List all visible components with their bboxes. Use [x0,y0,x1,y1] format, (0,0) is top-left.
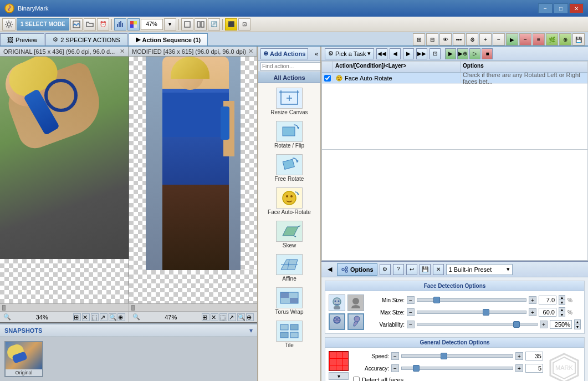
variability-minus[interactable]: − [407,321,415,328]
accuracy-thumb[interactable] [413,365,420,372]
nav-right-right[interactable]: ▶▶ [416,48,427,59]
max-size-track[interactable] [417,311,526,314]
max-size-plus[interactable]: + [529,308,536,316]
variability-track[interactable] [417,323,538,326]
max-size-minus[interactable]: − [407,308,415,316]
variability-plus[interactable]: + [540,321,548,328]
original-image-pane[interactable] [0,57,129,303]
pick-task-button[interactable]: ⚙ Pick a Task ▾ [325,48,374,59]
options-tab-button[interactable]: Options [337,263,377,276]
toolbar-btn-2[interactable] [84,18,96,31]
export-btn[interactable]: ⊞ [413,33,425,45]
color-button[interactable] [127,18,140,31]
settings2-btn[interactable]: ⚙ [466,33,478,45]
options-help-btn[interactable]: ? [393,264,404,275]
action-search-input[interactable] [260,62,321,71]
zoom-dropdown[interactable]: ▾ [164,18,176,31]
detect-all-checkbox[interactable] [353,377,360,381]
min-size-spinners[interactable]: ▲ ▼ [559,295,565,305]
split-button[interactable] [195,18,207,31]
orig-tool-2[interactable]: ✕ [82,313,90,321]
red-minus-btn[interactable]: − [519,33,531,45]
select-mode-button[interactable]: 1 SELECT MODE [17,18,69,31]
face-icon-profile[interactable] [347,313,364,330]
snapshots-expand[interactable]: ▾ [249,327,253,334]
modified-close[interactable]: ✕ [248,48,253,55]
accuracy-plus[interactable]: + [515,364,523,372]
play-seq3-btn[interactable]: ▷ [469,48,480,59]
red-btn2[interactable]: ≡ [533,33,545,45]
mod-tool-2[interactable]: ✕ [211,313,218,321]
action-torus-wrap[interactable]: Torus Wrap [262,285,317,317]
table-row[interactable]: Face Auto-Rotate Check if there are any … [322,73,587,84]
toolbar-btn-1[interactable] [70,18,83,31]
orig-tool-6[interactable]: ⊕ [117,313,125,321]
min-size-down[interactable]: ▼ [559,300,565,304]
max-size-spinners[interactable]: ▲ ▼ [559,307,565,317]
max-size-thumb[interactable] [483,309,489,316]
variability-down[interactable]: ▼ [575,324,580,329]
face-icon-male[interactable] [329,294,345,311]
speed-minus[interactable]: − [391,352,399,360]
detection-grid-icon[interactable] [329,351,349,371]
action-rotate-flip[interactable]: Rotate / Flip [262,119,317,151]
close-button[interactable]: ✕ [569,3,584,13]
action-free-rotate[interactable]: Free Rotate [262,152,317,184]
options-undo-btn[interactable]: ↩ [406,264,417,275]
add-btn[interactable]: + [479,33,492,45]
options-save-btn[interactable]: 💾 [420,264,431,275]
mod-tool-6[interactable]: ⊕ [246,313,254,321]
play-btn[interactable]: ▶ [506,33,518,45]
speed-thumb[interactable] [441,353,447,359]
scroll-h-right[interactable] [129,304,258,311]
tab-specify-actions[interactable]: ⚙ 2 SPECIFY ACTIONS [45,33,127,45]
action-tile[interactable]: Tile [262,318,317,350]
eye-btn[interactable]: 👁 [439,33,452,45]
face-icon-silhouette[interactable] [347,294,364,311]
orig-tool-3[interactable]: ⬚ [91,313,99,321]
add-actions-button[interactable]: ⊕ Add Actions [260,48,308,59]
action-face-auto-rotate[interactable]: Face Auto-Rotate [262,185,317,217]
mod-tool-3[interactable]: ⬚ [219,313,227,321]
maximize-button[interactable]: □ [554,3,568,13]
original-close[interactable]: ✕ [120,48,125,55]
reset-button[interactable] [181,18,193,31]
min-size-thumb[interactable] [433,297,440,303]
action-skew[interactable]: Skew [262,219,317,251]
options-close-btn[interactable]: ✕ [433,264,444,275]
green2-btn[interactable]: ⊕ [559,33,571,45]
preset-dropdown[interactable]: 1 Built-in Preset ▾ [446,264,513,275]
toolbar-btn-3[interactable]: ⏰ [97,18,109,31]
min-size-plus[interactable]: + [529,296,536,304]
play-seq-btn[interactable]: ▶ [445,48,456,59]
nav-right[interactable]: ▶ [403,48,414,59]
modified-image-pane[interactable] [129,57,258,303]
orig-tool-1[interactable]: ⊞ [73,313,81,321]
min-size-track[interactable] [417,298,526,302]
action-affine[interactable]: Affine [262,252,317,284]
action-resize-canvas[interactable]: Resize Canvas [262,85,317,118]
save-btn[interactable]: 💾 [572,33,585,45]
variability-thumb[interactable] [513,321,520,328]
min-size-minus[interactable]: − [407,296,415,304]
settings-button[interactable] [2,18,16,31]
tab-action-sequence[interactable]: ▶ Action Sequence (1) [129,33,208,45]
speed-track[interactable] [401,354,513,358]
accuracy-minus[interactable]: − [391,364,399,372]
options-icon2-btn[interactable]: ⚙ [380,264,391,275]
snapshot-original[interactable]: Original [4,341,43,377]
row-checkbox[interactable] [324,75,331,82]
green-btn[interactable]: 🌿 [546,33,558,45]
nav-end[interactable]: ⊡ [430,48,441,59]
nav-left[interactable]: ◀ [390,48,401,59]
max-size-up[interactable]: ▲ [559,308,565,312]
nav-left-left[interactable]: ◀◀ [376,48,387,59]
refresh-button[interactable]: 🔄 [208,18,220,31]
scroll-h-left[interactable] [0,304,129,311]
minus-btn[interactable]: − [493,33,505,45]
stop-seq-btn[interactable]: ■ [482,48,493,59]
multi-btn[interactable]: ⊡ [238,18,250,31]
play-seq2-btn[interactable]: ▶⊕ [457,48,468,59]
face-icon-glasses[interactable] [329,313,345,330]
histogram-button[interactable] [114,18,126,31]
